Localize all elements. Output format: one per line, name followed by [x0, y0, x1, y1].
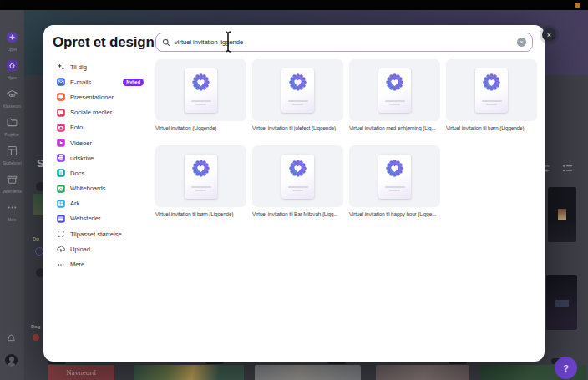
rail-item-mere[interactable]: Mere [6, 201, 18, 222]
rail-item-varem-rke[interactable]: Varemærke [3, 173, 22, 194]
template-result: Virtuel invitation til børn (Liggende) [155, 145, 246, 217]
sidebar-item-mere[interactable]: Mere [57, 256, 144, 271]
sidebar-category-label: Websteder [70, 215, 101, 222]
envelope-icon [57, 78, 65, 86]
sidebar-item-udskrive[interactable]: udskrive [57, 150, 144, 165]
extension-icon[interactable] [575, 3, 580, 8]
background-label-fragment: Dag [31, 324, 40, 329]
template-title: Virtuel invitation til happy hour (Ligge… [349, 211, 440, 217]
clear-search-icon[interactable]: × [517, 38, 526, 47]
rail-nav-label: Opret [8, 48, 17, 52]
heart-badge-icon [482, 73, 501, 95]
rail-item-klasserum[interactable]: Klasserum [3, 88, 21, 109]
sidebar-category-label: udskrive [70, 155, 94, 162]
sidebar-category-label: Upload [70, 246, 90, 253]
template-result: Virtuel invitation til julefest (Liggend… [252, 59, 343, 131]
template-result: Virtuel invitation (Liggende) [155, 59, 246, 131]
home-icon [6, 59, 18, 75]
background-template-thumbnail[interactable] [376, 365, 469, 380]
chat-icon [57, 109, 65, 117]
sidebar-category-label: Videoer [70, 139, 92, 147]
template-placeholder-thumbnail [378, 155, 411, 199]
close-modal-button[interactable]: × [542, 28, 556, 42]
background-template-thumbnail[interactable] [548, 187, 576, 242]
background-label-fragment: Du [33, 236, 39, 241]
heart-badge-icon [385, 73, 404, 95]
sidebar-item-upload[interactable]: Upload [57, 241, 144, 256]
rail-item-projekter[interactable]: Projekter [4, 116, 19, 137]
sidebar-item-pr-sentationer[interactable]: Præsentationer [57, 89, 144, 104]
template-card[interactable] [155, 145, 246, 207]
background-template-thumbnail[interactable] [546, 275, 577, 330]
printer-icon [57, 154, 65, 162]
more-dots-icon [57, 261, 65, 269]
resize-icon [57, 230, 65, 238]
sidebar-item-e-mails[interactable]: E-mails Nyhed [57, 74, 144, 89]
rail-item-hjem[interactable]: Hjem [6, 59, 18, 80]
template-title: Virtuel invitation til julefest (Liggend… [252, 125, 343, 131]
box-icon [6, 173, 18, 189]
sidebar-item-docs[interactable]: Docs [57, 165, 144, 180]
template-result: Virtuel invitation til happy hour (Ligge… [349, 145, 440, 217]
doc-icon [57, 169, 65, 177]
sidebar-item-ark[interactable]: Ark [57, 196, 144, 211]
template-result: Virtuel invitation med enhjørning (Lig..… [349, 59, 440, 131]
background-icon-fragment [35, 247, 43, 256]
screen: Opret Hjem Klasserum Projekter Skabelone… [0, 0, 588, 380]
rail-nav-label: Klasserum [3, 104, 21, 109]
sidebar-item-til-dig[interactable]: Til dig [57, 59, 144, 74]
sidebar-category-label: Ark [70, 200, 79, 207]
list-view-icon[interactable] [562, 161, 573, 176]
sidebar-item-websteder[interactable]: Websteder [57, 211, 144, 226]
sidebar-item-foto[interactable]: Foto [57, 120, 144, 135]
template-card[interactable] [349, 59, 440, 121]
template-placeholder-thumbnail [185, 155, 217, 199]
template-title: Virtuel invitation (Liggende) [155, 125, 246, 131]
template-card[interactable] [349, 145, 440, 207]
template-card[interactable] [252, 145, 343, 207]
sidebar-item-videoer[interactable]: Videoer [57, 135, 144, 150]
template-card[interactable] [252, 59, 343, 121]
user-avatar[interactable] [5, 354, 18, 367]
rail-nav-label: Varemærke [3, 190, 22, 194]
browser-topbar [0, 0, 588, 10]
template-card[interactable] [155, 59, 246, 121]
search-input[interactable] [175, 38, 513, 46]
plus-icon [6, 31, 18, 47]
template-placeholder-thumbnail [185, 68, 217, 113]
template-result: Virtuel invitation til børn (Liggende) [446, 59, 537, 131]
background-template-thumbnail[interactable] [255, 365, 361, 380]
sidebar-category-label: Docs [70, 170, 84, 177]
background-thumbnail-title: Navneord [48, 368, 114, 377]
background-thumbnail-fragment [33, 194, 43, 215]
heart-badge-icon [288, 159, 307, 181]
filter-toolbar [540, 161, 573, 176]
template-placeholder-thumbnail [378, 68, 411, 113]
sidebar-category-label: Præsentationer [70, 94, 114, 101]
search-bar[interactable]: × [155, 33, 533, 52]
sidebar-category-label: Sociale medier [70, 109, 112, 116]
template-title: Virtuel invitation til børn (Liggende) [155, 211, 246, 217]
background-template-thumbnail[interactable] [134, 365, 244, 380]
sidebar-category-label: Til dig [70, 63, 87, 71]
modal-title: Opret et design [53, 34, 155, 51]
sidebar-item-tilpasset-st-rrelse[interactable]: Tilpasset størrelse [57, 226, 144, 241]
sidebar-item-sociale-medier[interactable]: Sociale medier [57, 105, 144, 120]
rail-item-skabeloner[interactable]: Skabeloner [3, 144, 22, 165]
background-dot-fragment [33, 334, 39, 341]
rail-nav-label: Projekter [4, 133, 19, 137]
sidebar-category-label: E-mails [70, 79, 91, 86]
template-title: Virtuel invitation med enhjørning (Lig..… [349, 125, 440, 131]
rail-item-opret[interactable]: Opret [6, 31, 18, 52]
template-placeholder-thumbnail [281, 155, 314, 199]
sidebar-item-whiteboards[interactable]: Whiteboards [57, 181, 144, 196]
rail-nav-label: Skabeloner [3, 161, 22, 165]
heart-badge-icon [288, 73, 307, 95]
globe-icon [57, 215, 65, 223]
rail-nav-label: Hjem [8, 76, 17, 80]
help-button[interactable]: ? [555, 357, 577, 379]
background-template-thumbnail[interactable]: Navneord [48, 365, 114, 380]
template-card[interactable] [446, 59, 537, 121]
spreadsheet-icon [57, 200, 65, 208]
notifications-bell-icon[interactable] [6, 332, 17, 347]
